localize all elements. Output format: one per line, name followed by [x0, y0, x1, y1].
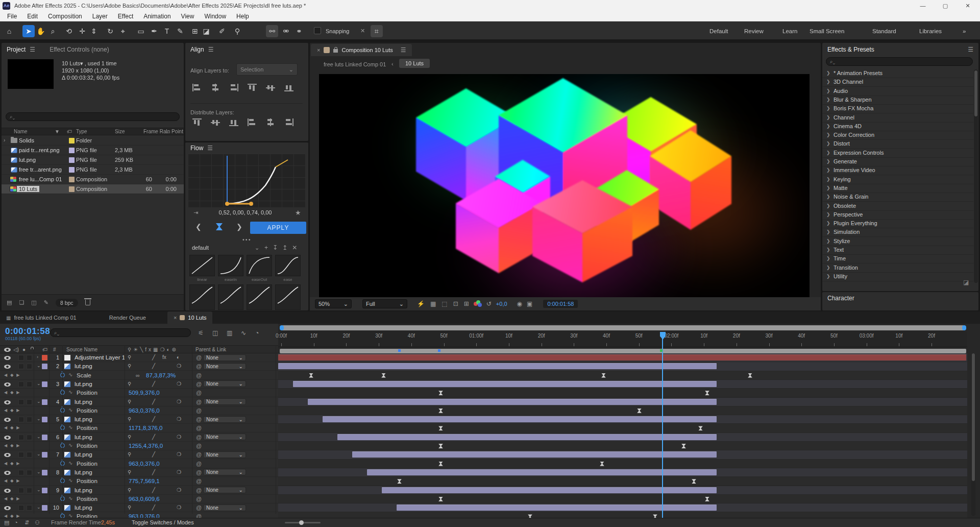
zoom-slider-knob[interactable] [299, 520, 304, 525]
switch-icon[interactable]: ❍ [177, 487, 181, 493]
layer-label-swatch[interactable] [42, 364, 47, 369]
label-swatch[interactable] [69, 167, 75, 173]
track-row-layer-2[interactable] [278, 362, 967, 370]
keyframe-navigator[interactable]: ◀◆▶ [4, 496, 22, 501]
track-row-layer-10[interactable] [278, 504, 967, 512]
keyframe-icon[interactable] [381, 373, 386, 378]
layer-name[interactable]: lut.png [75, 434, 92, 440]
animated-properties-icon[interactable]: ⚇ [35, 519, 40, 526]
track-row-layer-9[interactable] [278, 486, 967, 494]
menu-help[interactable]: Help [231, 13, 254, 20]
property-value[interactable]: 963,0,376,0 [129, 461, 160, 467]
rotation-tool[interactable]: ↻ [104, 25, 116, 37]
switch-icon[interactable]: ⚲ [128, 434, 131, 440]
graph-icon[interactable]: ∿ [68, 424, 72, 430]
parent-pickwhip-icon[interactable]: @ [196, 381, 202, 387]
export-preset-icon[interactable]: ↥ [282, 244, 287, 251]
solo-checkbox[interactable] [27, 452, 32, 458]
effects-scrollbar[interactable] [974, 69, 978, 283]
effects-category-keying[interactable]: ❯Keying [822, 176, 973, 184]
expander-icon[interactable]: ⌄ [37, 451, 41, 457]
layer-label-swatch[interactable] [42, 417, 47, 422]
preset-easeIn[interactable] [218, 255, 243, 276]
switch-icon[interactable]: ❍ [177, 416, 181, 422]
tab-effect-controls[interactable]: Effect Controls (none) [50, 46, 109, 53]
preset-easeOut[interactable] [247, 255, 272, 276]
panel-grip-dots[interactable]: ••• [242, 236, 252, 243]
align-v-center-button[interactable] [266, 84, 275, 92]
project-search-input[interactable]: ⌕⌄ [6, 112, 180, 121]
resolution-dropdown[interactable]: Full⌄ [362, 299, 407, 308]
playhead-line[interactable] [662, 332, 663, 518]
track-row-layer-4[interactable] [278, 398, 967, 406]
transparency-grid-icon[interactable]: ▦ [430, 300, 436, 307]
work-area-bar[interactable] [280, 349, 966, 353]
layer-duration-bar[interactable] [278, 363, 717, 369]
clone-stamp-tool[interactable]: ⊞ [189, 25, 201, 37]
keyframe-icon[interactable] [698, 426, 703, 430]
layer-duration-bar[interactable] [293, 381, 717, 387]
expander-icon[interactable]: ⌄ [37, 399, 41, 404]
switch-icon[interactable]: ╱ [152, 487, 155, 493]
parent-pickwhip-icon[interactable]: @ [196, 363, 202, 369]
effects-category-3d-channel[interactable]: ❯3D Channel [822, 78, 973, 87]
track-row-property-3[interactable] [278, 389, 967, 397]
property-row-scale-2[interactable]: ◀◆▶∿Scale∞87,3,87,3%@ [0, 371, 278, 380]
workspace-standard[interactable]: Standard [869, 25, 899, 37]
effects-category-immersive-video[interactable]: ❯Immersive Video [822, 166, 973, 175]
switch-icon[interactable]: ⚲ [128, 381, 131, 387]
current-timecode[interactable]: 0:00:01:58 [5, 326, 50, 337]
viewer-panel-menu-icon[interactable]: ☰ [401, 46, 406, 54]
dist-v-center-button[interactable] [211, 118, 220, 127]
keyframe-icon[interactable] [438, 409, 443, 413]
flow-curve-editor[interactable] [188, 154, 306, 207]
timeline-zoom-slider[interactable] [285, 522, 321, 523]
timeline-vertical-scrollbar[interactable] [971, 353, 975, 516]
new-animation-preset-icon[interactable]: ◪ [963, 279, 969, 286]
parent-pickwhip-icon[interactable]: @ [196, 416, 202, 422]
switch-icon[interactable]: ╱ [152, 434, 155, 440]
effects-category-blur-sharpen[interactable]: ❯Blur & Sharpen [822, 96, 973, 105]
layer-row-8[interactable]: ⌄8lut.png⚲╱❍@None⌄ [0, 468, 278, 477]
audio-checkbox[interactable] [18, 417, 24, 422]
effects-category-simulation[interactable]: ❯Simulation [822, 228, 973, 237]
property-row-position-4[interactable]: ◀◆▶∿Position963,0,376,0@ [0, 406, 278, 415]
close-button[interactable]: ✕ [958, 0, 978, 11]
expander-icon[interactable]: ⌄ [37, 416, 41, 421]
visibility-eye-icon[interactable] [4, 356, 11, 360]
project-row-solids[interactable]: ›SolidsFolder [2, 136, 184, 146]
property-pickwhip-icon[interactable]: @ [196, 496, 202, 502]
visibility-eye-icon[interactable] [4, 471, 11, 475]
property-pickwhip-icon[interactable]: @ [196, 425, 202, 431]
effects-category-obsolete[interactable]: ❯Obsolete [822, 202, 973, 211]
puppet-pin-tool[interactable]: ⚲ [231, 25, 243, 37]
keyframe-icon[interactable] [681, 444, 686, 448]
layer-duration-bar[interactable] [367, 469, 717, 475]
visibility-eye-icon[interactable] [4, 453, 11, 457]
flow-preset-name[interactable]: default [192, 245, 209, 251]
track-row-property-6[interactable] [278, 442, 967, 450]
effects-category-boris-fx-mocha[interactable]: ❯Boris FX Mocha [822, 105, 973, 113]
project-row-free-lu-comp-01[interactable]: free lu...Comp 01Composition600:00 [2, 175, 184, 184]
preset-row2-2[interactable] [247, 284, 272, 310]
comp-marker-blue[interactable] [438, 349, 440, 352]
snap-off-icon[interactable]: ✕ [360, 28, 365, 34]
add-preset-icon[interactable]: + [264, 244, 268, 251]
navigator-start-handle[interactable] [280, 325, 284, 330]
expander-icon[interactable]: › [37, 354, 38, 360]
layer-name[interactable]: lut.png [75, 451, 92, 458]
expander-icon[interactable]: ⌄ [37, 469, 41, 474]
keyframe-navigator[interactable]: ◀◆▶ [4, 408, 22, 413]
switch-icon[interactable]: ╱ [152, 416, 155, 422]
keyframe-icon[interactable] [309, 373, 313, 378]
switch-icon[interactable]: ╱ [152, 469, 155, 475]
layer-label-swatch[interactable] [42, 488, 47, 493]
layer-row-4[interactable]: ⌄4lut.png⚲╱❍@None⌄ [0, 398, 278, 406]
effects-category-audio[interactable]: ❯Audio [822, 87, 973, 96]
audio-checkbox[interactable] [18, 452, 24, 458]
menu-view[interactable]: View [176, 13, 200, 20]
property-name[interactable]: Position [77, 478, 97, 484]
solo-checkbox[interactable] [27, 470, 32, 475]
snap-grid-icon[interactable]: ⌗ [371, 25, 383, 37]
effects-category-transition[interactable]: ❯Transition [822, 264, 973, 273]
